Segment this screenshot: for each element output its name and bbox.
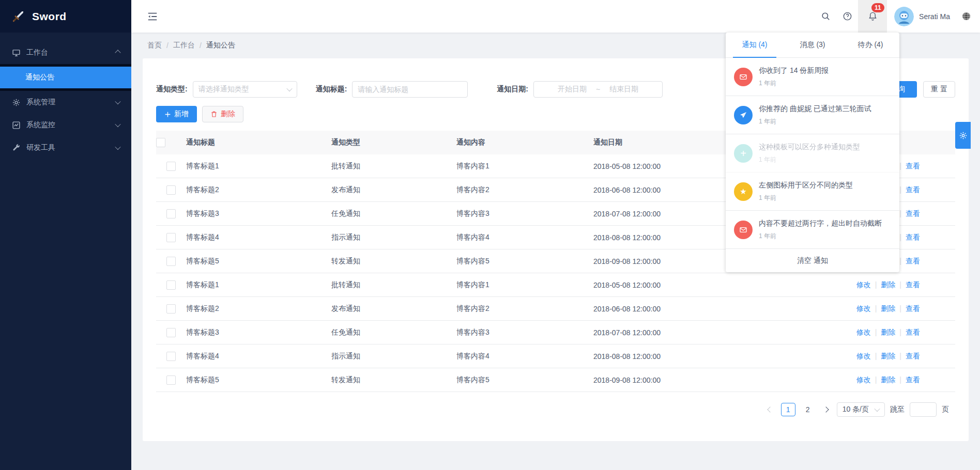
- cell-type: 批转通知: [331, 273, 456, 297]
- notification-item[interactable]: 你推荐的 曲妮妮 已通过第三轮面试 1 年前: [726, 96, 899, 134]
- tab-todos[interactable]: 待办 (4): [841, 33, 899, 57]
- row-checkbox[interactable]: [166, 209, 176, 218]
- avatar[interactable]: [894, 7, 914, 26]
- user-name[interactable]: Serati Ma: [919, 12, 950, 21]
- col-header-type: 通知类型: [331, 131, 456, 154]
- row-checkbox[interactable]: [166, 185, 176, 195]
- breadcrumb-separator: /: [166, 41, 169, 50]
- delete-button[interactable]: 删除: [202, 106, 243, 122]
- add-button[interactable]: 新增: [156, 106, 197, 122]
- clear-notifications-button[interactable]: 清空 通知: [726, 249, 899, 272]
- edit-link[interactable]: 修改: [856, 280, 871, 289]
- cell-title: 博客标题3: [186, 321, 331, 344]
- notifications-button[interactable]: 11: [858, 0, 887, 33]
- row-checkbox[interactable]: [166, 304, 176, 314]
- cell-title: 博客标题1: [186, 154, 331, 178]
- notice-date-range[interactable]: 开始日期 ~ 结束日期: [533, 81, 663, 98]
- tab-messages[interactable]: 消息 (3): [784, 33, 841, 57]
- sidebar-item-system-monitor[interactable]: 系统监控: [0, 114, 131, 136]
- breadcrumb-workbench[interactable]: 工作台: [173, 41, 195, 50]
- notification-item[interactable]: 内容不要超过两行字，超出时自动截断 1 年前: [726, 211, 899, 249]
- cell-title: 博客标题2: [186, 297, 331, 321]
- row-checkbox[interactable]: [166, 257, 176, 266]
- table-row: 博客标题2 发布通知 博客内容2 2018-06-08 12:00:00 修改|…: [156, 297, 955, 321]
- plus-icon: +: [734, 144, 753, 163]
- next-page-button[interactable]: [820, 408, 832, 412]
- sidebar-item-workbench[interactable]: 工作台: [0, 41, 131, 64]
- edit-link[interactable]: 修改: [856, 304, 871, 312]
- notification-title: 这种模板可以区分多种通知类型: [759, 143, 860, 152]
- view-link[interactable]: 查看: [906, 257, 920, 265]
- view-link[interactable]: 查看: [906, 352, 920, 360]
- cell-content: 博客内容1: [456, 154, 593, 178]
- page-size-select[interactable]: 10 条/页: [837, 402, 885, 417]
- select-all-checkbox[interactable]: [156, 138, 165, 147]
- add-button-label: 新增: [174, 109, 189, 119]
- help-icon[interactable]: [836, 0, 858, 33]
- view-link[interactable]: 查看: [906, 185, 920, 194]
- page-button-2[interactable]: 2: [801, 403, 815, 416]
- language-globe-icon[interactable]: [955, 0, 977, 33]
- row-checkbox[interactable]: [166, 280, 176, 290]
- active-tab-underline: [733, 57, 776, 58]
- delete-link[interactable]: 删除: [881, 375, 895, 384]
- theme-settings-button[interactable]: [955, 122, 971, 149]
- edit-link[interactable]: 修改: [856, 352, 871, 360]
- delete-link[interactable]: 删除: [881, 304, 895, 312]
- cell-content: 博客内容4: [456, 226, 593, 249]
- notification-time: 1 年前: [759, 155, 860, 164]
- delete-link[interactable]: 删除: [881, 280, 895, 289]
- row-checkbox[interactable]: [166, 352, 176, 361]
- pagination: 1 2 10 条/页 跳至 页: [156, 402, 955, 417]
- notice-title-input[interactable]: [352, 81, 468, 98]
- notification-item[interactable]: 你收到了 14 份新周报 1 年前: [726, 58, 899, 96]
- edit-link[interactable]: 修改: [856, 375, 871, 384]
- row-checkbox[interactable]: [166, 375, 176, 385]
- row-checkbox[interactable]: [166, 162, 176, 171]
- view-link[interactable]: 查看: [906, 209, 920, 217]
- delete-link[interactable]: 删除: [881, 352, 895, 360]
- cell-title: 博客标题5: [186, 249, 331, 273]
- view-link[interactable]: 查看: [906, 233, 920, 241]
- prev-page-button[interactable]: [764, 408, 776, 412]
- page-button-1[interactable]: 1: [781, 403, 795, 416]
- delete-button-label: 删除: [221, 109, 235, 119]
- edit-link[interactable]: 修改: [856, 328, 871, 336]
- cell-date: 2018-08-08 12:00:00: [593, 344, 806, 368]
- sidebar-item-dev-tools[interactable]: 研发工具: [0, 136, 131, 159]
- sidebar-item-notice[interactable]: 通知公告: [0, 67, 131, 88]
- breadcrumb-home[interactable]: 首页: [147, 41, 162, 50]
- cell-type: 转发通知: [331, 249, 456, 273]
- row-checkbox[interactable]: [166, 233, 176, 242]
- search-icon[interactable]: [815, 0, 836, 33]
- reset-button[interactable]: 重 置: [923, 81, 955, 98]
- page-size-value: 10 条/页: [843, 405, 869, 414]
- notification-item[interactable]: + 这种模板可以区分多种通知类型 1 年前: [726, 134, 899, 173]
- sidebar-menu: 工作台 通知公告 系统管理: [0, 41, 131, 159]
- view-link[interactable]: 查看: [906, 375, 920, 384]
- cell-title: 博客标题4: [186, 344, 331, 368]
- jump-page-input[interactable]: [910, 402, 937, 417]
- logo[interactable]: Sword: [0, 0, 131, 33]
- notice-type-select[interactable]: 请选择通知类型: [193, 81, 297, 98]
- delete-link[interactable]: 删除: [881, 328, 895, 336]
- gear-icon: [959, 131, 968, 140]
- table-row: 博客标题5 转发通知 博客内容5 2018-09-08 12:00:00 修改|…: [156, 368, 955, 392]
- col-header-title: 通知标题: [186, 131, 331, 154]
- view-link[interactable]: 查看: [906, 304, 920, 312]
- sidebar-item-system-admin[interactable]: 系统管理: [0, 91, 131, 114]
- view-link[interactable]: 查看: [906, 162, 920, 170]
- star-icon: ★: [734, 182, 753, 201]
- mail-icon: [734, 221, 753, 239]
- header: 11 Serati Ma: [131, 0, 980, 33]
- menu-fold-icon[interactable]: [147, 11, 158, 22]
- view-link[interactable]: 查看: [906, 328, 920, 336]
- view-link[interactable]: 查看: [906, 280, 920, 289]
- send-icon: [734, 106, 753, 124]
- notification-time: 1 年前: [759, 232, 882, 241]
- notification-item[interactable]: ★ 左侧图标用于区分不同的类型 1 年前: [726, 173, 899, 211]
- notice-tabs: 通知 (4) 消息 (3) 待办 (4): [726, 33, 899, 58]
- row-checkbox[interactable]: [166, 328, 176, 337]
- cell-title: 博客标题4: [186, 226, 331, 249]
- tab-notifications[interactable]: 通知 (4): [726, 33, 784, 57]
